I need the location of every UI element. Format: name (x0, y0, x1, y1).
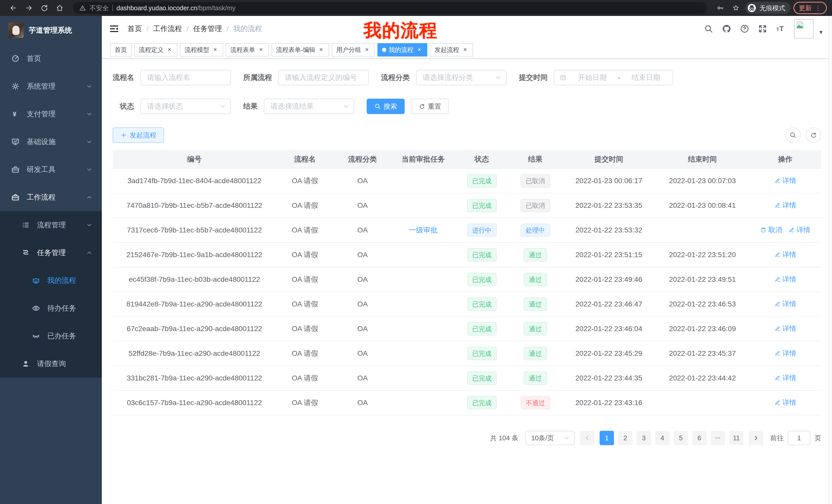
url-path: /bpm/task/my (197, 4, 235, 11)
home-icon[interactable] (53, 2, 66, 14)
status-badge: 已完成 (467, 347, 497, 360)
tab-流程表单-编辑[interactable]: 流程表单-编辑× (271, 43, 329, 57)
detail-action[interactable]: 详情 (774, 348, 796, 358)
sidebar-item-label: 待办任务 (47, 303, 76, 313)
process-name-input[interactable] (140, 70, 231, 85)
detail-action[interactable]: 详情 (774, 250, 796, 259)
detail-action[interactable]: 详情 (774, 373, 796, 383)
cell-name: OA 请假 (276, 292, 334, 316)
page-number-5[interactable]: 5 (674, 431, 688, 445)
category-select[interactable]: 请选择流程分类 (416, 70, 506, 85)
sidebar-item-我的流程[interactable]: 我的流程 (0, 267, 102, 295)
cell-id: 2152467e-7b9b-11ec-9a1b-acde48001122 (113, 243, 276, 267)
user-icon (22, 360, 30, 368)
sidebar-item-研发工具[interactable]: 研发工具 (0, 156, 102, 184)
result-select[interactable]: 请选择流结果 (264, 99, 354, 114)
page-number-1[interactable]: 1 (600, 431, 614, 445)
cancel-action[interactable]: 取消 (760, 225, 782, 234)
detail-action[interactable]: 详情 (774, 201, 796, 210)
column-header: 编号 (113, 150, 276, 169)
page-number-3[interactable]: 3 (636, 431, 651, 445)
breadcrumb-item[interactable]: 任务管理 (193, 24, 222, 34)
app-logo[interactable]: 芋道管理系统 (0, 16, 102, 45)
detail-action[interactable]: 详情 (774, 398, 796, 407)
star-icon[interactable] (730, 2, 742, 14)
tab-流程模型[interactable]: 流程模型× (180, 43, 223, 57)
key-icon[interactable] (714, 2, 727, 14)
url-bar[interactable]: 不安全 dashboard.yudao.iocoder.cn/bpm/task/… (73, 2, 707, 14)
forward-icon[interactable] (23, 2, 35, 14)
detail-action[interactable]: 详情 (774, 275, 796, 284)
scrollbar[interactable] (828, 16, 832, 504)
goto-page-input[interactable] (788, 431, 810, 445)
table-row: 819442e8-7b9a-11ec-a290-acde48001122OA 请… (113, 292, 821, 316)
update-menu-button[interactable]: 更新 ⋮ (794, 2, 827, 14)
reload-icon[interactable] (38, 2, 50, 14)
caret-down-icon[interactable]: ▼ (818, 29, 824, 36)
submit-time-range-picker[interactable]: 开始日期 - 结束日期 (554, 70, 673, 85)
column-header: 流程分类 (334, 150, 391, 169)
close-icon[interactable]: × (318, 47, 324, 53)
calendar-icon (560, 74, 567, 81)
cell-actions: 详情 (749, 292, 821, 316)
close-icon[interactable]: × (212, 47, 218, 53)
tab-用户分组[interactable]: 用户分组× (332, 43, 375, 57)
task-link[interactable]: 一级审批 (409, 226, 438, 234)
sidebar-item-支付管理[interactable]: ¥支付管理 (0, 100, 102, 128)
back-icon[interactable] (7, 2, 20, 14)
sidebar-item-基础设施[interactable]: 基础设施 (0, 128, 102, 156)
status-select[interactable]: 请选择状态 (140, 99, 231, 114)
trash-icon (760, 227, 767, 233)
sidebar-item-请假查询[interactable]: 请假查询 (0, 350, 102, 377)
avatar[interactable] (794, 19, 813, 38)
process-definition-input[interactable] (278, 70, 369, 85)
reset-button[interactable]: 重置 (411, 99, 449, 114)
page-number-11[interactable]: 11 (729, 431, 744, 445)
tab-我的流程[interactable]: 我的流程× (378, 43, 427, 57)
page-number-4[interactable]: 4 (655, 431, 670, 445)
sidebar-item-待办任务[interactable]: 待办任务 (0, 295, 102, 322)
breadcrumb-item[interactable]: 首页 (128, 24, 142, 34)
chevron-down-icon (86, 138, 93, 145)
sidebar-item-任务管理[interactable]: 任务管理 (0, 239, 102, 267)
fullscreen-icon[interactable] (758, 24, 767, 33)
close-icon[interactable]: × (364, 47, 370, 53)
sidebar-item-工作流程[interactable]: 工作流程 (0, 184, 102, 211)
close-icon[interactable]: × (462, 47, 468, 53)
sidebar-item-已办任务[interactable]: 已办任务 (0, 322, 102, 350)
page-number-6[interactable]: 6 (692, 431, 706, 445)
detail-action[interactable]: 详情 (774, 299, 796, 309)
help-icon[interactable] (740, 24, 749, 33)
more-pages-button[interactable] (711, 431, 725, 445)
detail-action[interactable]: 详情 (774, 324, 796, 333)
search-toggle-button[interactable] (785, 128, 801, 143)
tab-首页[interactable]: 首页 (110, 43, 132, 57)
refresh-button[interactable] (806, 128, 821, 143)
sidebar-item-系统管理[interactable]: 系统管理 (0, 73, 102, 100)
close-icon[interactable]: × (166, 47, 173, 53)
close-icon[interactable]: × (416, 47, 423, 53)
cell-status: 已完成 (455, 292, 509, 316)
sidebar-item-首页[interactable]: 首页 (0, 45, 102, 73)
close-icon[interactable]: × (258, 47, 264, 53)
svg-text:T: T (777, 27, 779, 32)
next-page-button[interactable] (749, 431, 763, 445)
hamburger-icon[interactable] (109, 24, 119, 34)
filter-category-label: 流程分类 (381, 73, 410, 82)
tab-流程定义[interactable]: 流程定义× (134, 43, 177, 57)
tab-发起流程[interactable]: 发起流程× (430, 43, 473, 57)
create-process-button[interactable]: 发起流程 (113, 128, 164, 143)
security-label[interactable]: 不安全 (89, 4, 109, 12)
detail-action[interactable]: 详情 (774, 176, 796, 185)
search-icon[interactable] (704, 24, 713, 33)
detail-action[interactable]: 详情 (788, 225, 810, 234)
tab-流程表单[interactable]: 流程表单× (226, 43, 269, 57)
sidebar-item-流程管理[interactable]: 流程管理 (0, 211, 102, 239)
prev-page-button[interactable] (580, 431, 594, 445)
search-button[interactable]: 搜索 (367, 99, 405, 114)
github-icon[interactable] (722, 24, 731, 33)
page-size-select[interactable]: 10条/页 (525, 431, 575, 445)
breadcrumb-item[interactable]: 工作流程 (153, 24, 182, 34)
page-number-2[interactable]: 2 (618, 431, 632, 445)
font-size-icon[interactable]: TT (776, 24, 785, 33)
